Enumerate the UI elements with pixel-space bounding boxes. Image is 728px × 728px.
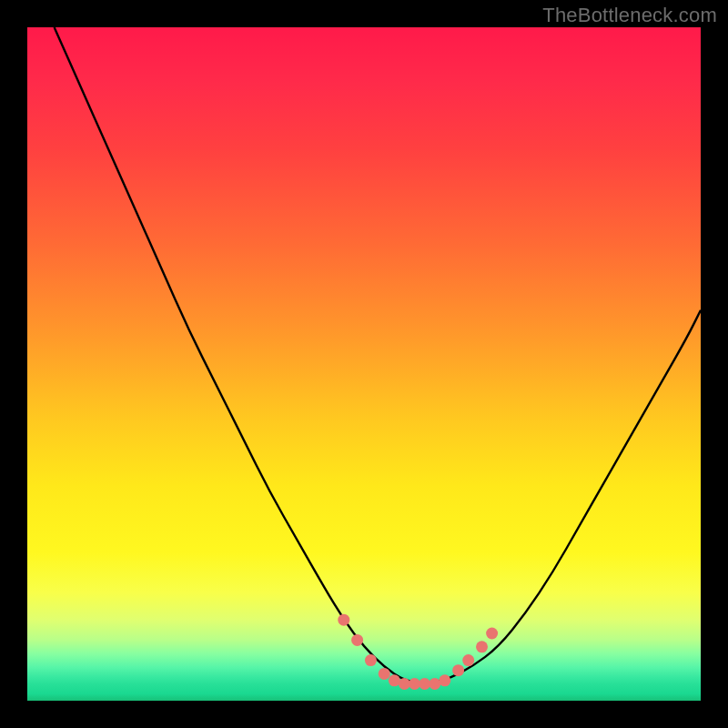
trough-marker (351, 634, 363, 646)
trough-marker (439, 674, 450, 686)
watermark-text: TheBottleneck.com (542, 4, 717, 27)
chart-svg (27, 27, 701, 701)
trough-markers (338, 614, 498, 690)
bottleneck-curve (55, 27, 701, 683)
trough-marker (379, 668, 390, 680)
trough-marker (399, 678, 410, 690)
trough-marker (486, 628, 498, 640)
chart-plot-area (27, 27, 701, 701)
chart-frame: TheBottleneck.com (0, 0, 728, 728)
trough-marker (389, 674, 400, 686)
trough-marker (338, 614, 349, 626)
trough-marker (452, 664, 464, 676)
trough-marker (476, 641, 488, 652)
trough-marker (365, 654, 377, 666)
trough-marker (462, 654, 474, 666)
trough-marker (419, 678, 430, 690)
trough-marker (429, 678, 440, 690)
trough-marker (409, 678, 420, 690)
